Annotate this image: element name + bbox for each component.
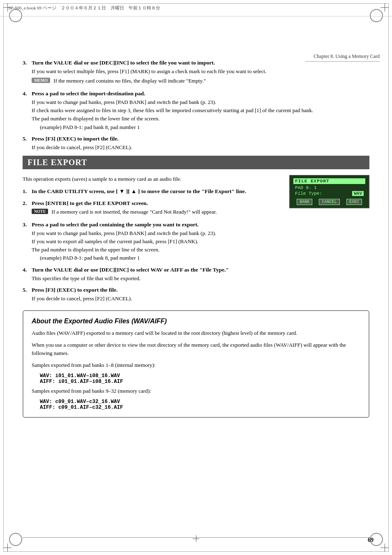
lcd-wav-value: WAV (352, 191, 364, 196)
bottom-crosshair (193, 535, 199, 542)
step-4: 4. Press a pad to select the import-dest… (23, 90, 369, 131)
crosshair-bottom-left (3, 543, 12, 552)
fe-step-5: 5. Press [F3] (EXEC) to export the file.… (23, 287, 369, 303)
fe-step-5-title: Press [F3] (EXEC) to export the file. (32, 287, 369, 293)
fe-step-2-num: 2. (23, 200, 32, 207)
fe-step-1-body: In the CARD UTILITY screen, use [ ▼ ][ ▲… (32, 188, 282, 196)
step-3-num: 3. (23, 60, 32, 66)
fe-step-5-body: Press [F3] (EXEC) to export the file. If… (32, 287, 369, 303)
fe-step-1-title: In the CARD UTILITY screen, use [ ▼ ][ ▲… (32, 188, 282, 195)
page-number: 69 (368, 537, 374, 543)
fe-step-4-title: Turn the VALUE dial or use [DEC][INC] to… (32, 267, 369, 273)
fe-step-2: 2. Press [ENTER] to get the FILE EXPORT … (23, 200, 282, 217)
fe-step-3-desc1: If you want to change pad banks, press [… (32, 229, 369, 237)
about-wav-card: WAV: c09_01.WAV–c32_16.WAV (40, 399, 360, 405)
note-badge: NOTE (32, 209, 48, 214)
about-wav-internal: WAV: i01_01.WAV–i08_16.WAV (40, 373, 360, 379)
memo-text-3: If the memory card contains no files, th… (53, 78, 205, 84)
lcd-btn-cancel: CANCEL (319, 199, 339, 205)
about-aiff-card: AIFF: c09_01.AIF–c32_16.AIF (40, 405, 360, 410)
file-export-heading: FILE EXPORT (23, 156, 369, 169)
step-4-num: 4. (23, 90, 32, 97)
fe-step-3-desc2: If you want to export all samples of the… (32, 237, 369, 246)
fe-step-3-body: Press a pad to select the pad containing… (32, 221, 369, 263)
file-export-content: FILE EXPORT PAD 8- 1 File Type: WAV BANK… (23, 175, 369, 221)
fe-step-4-desc: This specifies the type of file that wil… (32, 274, 369, 283)
step-5-title: Press [F3] (EXEC) to import the file. (32, 136, 369, 142)
step-3: 3. Turn the VALUE dial or use [DEC][INC]… (23, 60, 369, 86)
step-5: 5. Press [F3] (EXEC) to import the file.… (23, 136, 369, 152)
step-5-body: Press [F3] (EXEC) to import the file. If… (32, 136, 369, 152)
fe-step-5-num: 5. (23, 287, 32, 293)
about-para1: Audio files (WAV/AIFF) exported to a mem… (32, 329, 360, 338)
step-3-desc: If you want to select multiple files, pr… (32, 67, 369, 76)
lcd-title: FILE EXPORT (293, 178, 365, 184)
step-4-body: Press a pad to select the import-destina… (32, 90, 369, 131)
step-4-desc3: The pad number is displayed in the lower… (32, 115, 369, 123)
step-3-title: Turn the VALUE dial or use [DEC][INC] to… (32, 60, 369, 66)
fe-step-3: 3. Press a pad to select the pad contain… (23, 221, 369, 263)
fe-step-4: 4. Turn the VALUE dial or use [DEC][INC]… (23, 267, 369, 283)
file-info: SP-606_e.book 69 ページ ２００４年６月２１日 月曜日 午前１０… (8, 5, 160, 11)
crosshair-bottom-right (380, 543, 389, 552)
fe-step-5-desc: If you decide to cancel, press [F2] (CAN… (32, 295, 369, 303)
memo-line-3: MEMO If the memory card contains no file… (32, 78, 369, 84)
step-4-desc1: If you want to change pad banks, press [… (32, 98, 369, 106)
fe-step-3-desc3: The pad number is displayed in the upper… (32, 246, 369, 254)
note-line-fe2: NOTE If a memory card is not inserted, t… (32, 209, 282, 215)
chapter-title: Chapter 8. Using a Memory Card (314, 53, 380, 59)
about-box: About the Exported Audio Files (WAV/AIFF… (23, 310, 369, 418)
step-5-num: 5. (23, 136, 32, 142)
fe-step-1-num: 1. (23, 188, 32, 195)
step-4-title: Press a pad to select the import-destina… (32, 90, 369, 97)
step-4-desc2: If check marks were assigned to files in… (32, 106, 369, 115)
lcd-screen: FILE EXPORT PAD 8- 1 File Type: WAV BANK… (289, 175, 369, 208)
fe-step-2-body: Press [ENTER] to get the FILE EXPORT scr… (32, 200, 282, 217)
lcd-screen-container: FILE EXPORT PAD 8- 1 File Type: WAV BANK… (289, 175, 369, 208)
fe-step-3-title: Press a pad to select the pad containing… (32, 221, 369, 228)
about-aiff-internal: AIFF: i01_01.AIF–i08_16.AIF (40, 379, 360, 385)
about-para2: When you use a computer or other device … (32, 341, 360, 358)
lcd-buttons: BANK CANCEL EXEC (293, 199, 365, 205)
lcd-btn-bank: BANK (297, 199, 312, 205)
fe-step-3-desc4: (example) PAD 8-1: pad bank 8, pad numbe… (40, 254, 369, 262)
lcd-line2: File Type: WAV (293, 191, 365, 196)
fe-step-4-body: Turn the VALUE dial or use [DEC][INC] to… (32, 267, 369, 283)
lcd-btn-exec: EXEC (346, 199, 362, 205)
fe-step-2-title: Press [ENTER] to get the FILE EXPORT scr… (32, 200, 282, 207)
lcd-line1: PAD 8- 1 (293, 185, 365, 191)
lcd-pad: PAD 8- 1 (295, 185, 317, 190)
circle-deco-bl (9, 533, 22, 546)
main-content: 3. Turn the VALUE dial or use [DEC][INC]… (23, 60, 369, 418)
fe-step-1: 1. In the CARD UTILITY screen, use [ ▼ ]… (23, 188, 282, 196)
about-box-title: About the Exported Audio Files (WAV/AIFF… (32, 318, 360, 325)
step-5-desc: If you decide to cancel, press [F2] (CAN… (32, 143, 369, 152)
note-text-fe2: If a memory card is not inserted, the me… (51, 209, 217, 215)
about-label-internal: Samples exported from pad banks 1–8 (int… (32, 361, 360, 370)
header-bar: SP-606_e.book 69 ページ ２００４年６月２１日 月曜日 午前１０… (0, 0, 392, 16)
step-3-body: Turn the VALUE dial or use [DEC][INC] to… (32, 60, 369, 86)
memo-badge: MEMO (32, 78, 50, 83)
step-4-desc4: (example) PAD 8-1: pad bank 8, pad numbe… (40, 123, 369, 131)
fe-step-4-num: 4. (23, 267, 32, 273)
fe-step-3-num: 3. (23, 221, 32, 228)
about-label-card: Samples exported from pad banks 9–32 (me… (32, 387, 360, 396)
lcd-filetype-label: File Type: (295, 191, 322, 196)
